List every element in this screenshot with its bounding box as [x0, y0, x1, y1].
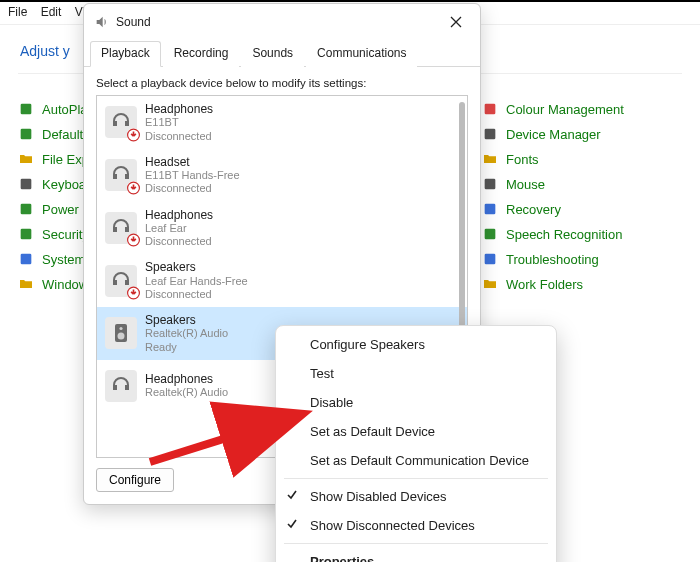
menu-edit[interactable]: Edit	[41, 5, 62, 19]
work-folders-icon	[482, 276, 498, 292]
device-manager-icon	[482, 126, 498, 142]
cp-link-label: File Exp	[42, 152, 89, 167]
ctx-item[interactable]: Test	[276, 359, 556, 388]
ctx-item[interactable]: Set as Default Device	[276, 417, 556, 446]
device-name: Speakers	[145, 313, 228, 327]
security-icon	[18, 226, 34, 242]
svg-rect-9	[485, 204, 496, 215]
device-row-0[interactable]: Headphones E11BT Disconnected	[97, 96, 467, 149]
ctx-item[interactable]: Show Disabled Devices	[276, 482, 556, 511]
check-icon	[286, 518, 298, 533]
svg-rect-11	[485, 254, 496, 265]
power-icon	[18, 201, 34, 217]
configure-button[interactable]: Configure	[96, 468, 174, 492]
svg-rect-6	[485, 104, 496, 115]
device-row-1[interactable]: Headset E11BT Hands-Free Disconnected	[97, 149, 467, 202]
ctx-item[interactable]: Disable	[276, 388, 556, 417]
dialog-tabs: Playback Recording Sounds Communications	[84, 36, 480, 67]
tab-communications[interactable]: Communications	[306, 41, 417, 67]
tab-playback[interactable]: Playback	[90, 41, 161, 67]
svg-rect-4	[21, 229, 32, 240]
sound-icon	[94, 14, 110, 30]
keyboard-icon	[18, 176, 34, 192]
headphones-icon	[105, 370, 137, 402]
device-name: Headphones	[145, 208, 213, 222]
close-button[interactable]	[442, 12, 470, 32]
tab-sounds[interactable]: Sounds	[241, 41, 304, 67]
svg-rect-0	[21, 104, 32, 115]
headphones-icon	[105, 265, 137, 297]
cp-link-label: AutoPla	[42, 102, 88, 117]
svg-rect-10	[485, 229, 496, 240]
device-subtitle: Leaf Ear Hands-Free	[145, 275, 248, 288]
svg-rect-5	[21, 254, 32, 265]
svg-point-18	[119, 327, 122, 330]
mouse-icon	[482, 176, 498, 192]
ctx-item[interactable]: Set as Default Communication Device	[276, 446, 556, 475]
cp-link-work-folders[interactable]: Work Folders	[482, 276, 682, 292]
cp-link-label: Fonts	[506, 152, 539, 167]
ctx-item[interactable]: Show Disconnected Devices	[276, 511, 556, 540]
device-name: Speakers	[145, 260, 248, 274]
svg-point-17	[118, 333, 125, 340]
windows-icon	[18, 276, 34, 292]
check-icon	[286, 489, 298, 504]
headphones-icon	[105, 106, 137, 138]
cp-link-recovery[interactable]: Recovery	[482, 201, 682, 217]
device-subtitle: Realtek(R) Audio	[145, 386, 228, 399]
device-subtitle: Realtek(R) Audio	[145, 327, 228, 340]
svg-rect-1	[21, 129, 32, 140]
default-icon	[18, 126, 34, 142]
cp-link-label: Colour Management	[506, 102, 624, 117]
tab-recording[interactable]: Recording	[163, 41, 240, 67]
cp-link-label: Troubleshooting	[506, 252, 599, 267]
recovery-icon	[482, 201, 498, 217]
svg-rect-2	[21, 179, 32, 190]
cp-link-label: Recovery	[506, 202, 561, 217]
cp-link-speech-recognition[interactable]: Speech Recognition	[482, 226, 682, 242]
cp-link-label: Power (	[42, 202, 87, 217]
dialog-titlebar[interactable]: Sound	[84, 4, 480, 36]
device-status: Disconnected	[145, 130, 213, 143]
speech-recognition-icon	[482, 226, 498, 242]
device-name: Headset	[145, 155, 240, 169]
cp-link-label: Keyboa	[42, 177, 86, 192]
device-subtitle: E11BT Hands-Free	[145, 169, 240, 182]
cp-link-label: Device Manager	[506, 127, 601, 142]
cp-link-colour-management[interactable]: Colour Management	[482, 101, 682, 117]
device-row-3[interactable]: Speakers Leaf Ear Hands-Free Disconnecte…	[97, 254, 467, 307]
device-name: Headphones	[145, 372, 228, 386]
speaker-icon	[105, 317, 137, 349]
dialog-instruction: Select a playback device below to modify…	[96, 77, 468, 89]
cp-link-label: Mouse	[506, 177, 545, 192]
file-explorer-icon	[18, 151, 34, 167]
device-name: Headphones	[145, 102, 213, 116]
cp-link-label: Work Folders	[506, 277, 583, 292]
cp-link-label: Default	[42, 127, 83, 142]
device-status: Disconnected	[145, 235, 213, 248]
dialog-title: Sound	[116, 15, 442, 29]
troubleshooting-icon	[482, 251, 498, 267]
cp-link-label: Security	[42, 227, 89, 242]
device-status: Ready	[145, 341, 228, 354]
fonts-icon	[482, 151, 498, 167]
ctx-item[interactable]: Properties	[276, 547, 556, 562]
cp-link-mouse[interactable]: Mouse	[482, 176, 682, 192]
device-subtitle: E11BT	[145, 116, 213, 129]
device-status: Disconnected	[145, 182, 240, 195]
device-subtitle: Leaf Ear	[145, 222, 213, 235]
system-icon	[18, 251, 34, 267]
device-row-2[interactable]: Headphones Leaf Ear Disconnected	[97, 202, 467, 255]
context-menu: Configure SpeakersTestDisableSet as Defa…	[275, 325, 557, 562]
cp-link-troubleshooting[interactable]: Troubleshooting	[482, 251, 682, 267]
device-status: Disconnected	[145, 288, 248, 301]
cp-link-device-manager[interactable]: Device Manager	[482, 126, 682, 142]
colour-management-icon	[482, 101, 498, 117]
cp-link-label: Speech Recognition	[506, 227, 622, 242]
cp-link-label: System	[42, 252, 85, 267]
cp-link-fonts[interactable]: Fonts	[482, 151, 682, 167]
close-icon	[450, 16, 462, 28]
svg-rect-3	[21, 204, 32, 215]
menu-file[interactable]: File	[8, 5, 27, 19]
ctx-item[interactable]: Configure Speakers	[276, 330, 556, 359]
